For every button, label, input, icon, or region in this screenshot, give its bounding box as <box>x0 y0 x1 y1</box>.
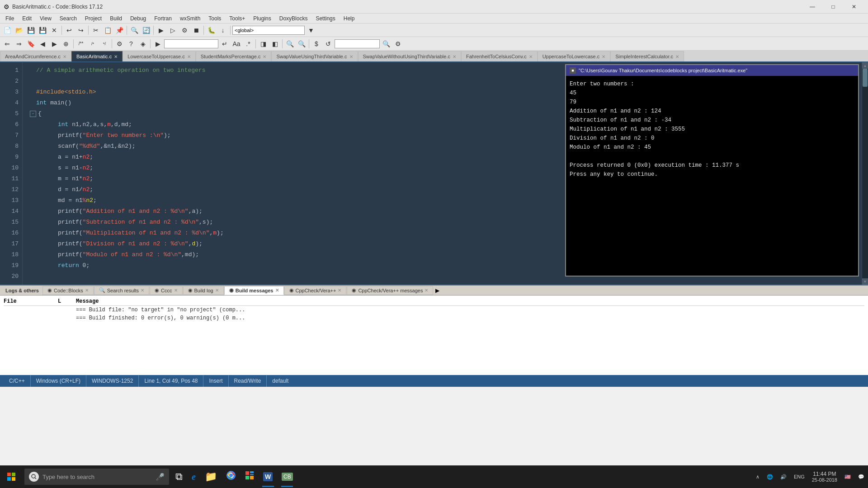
menu-search[interactable]: Search <box>56 14 80 23</box>
file-tab-fahrenheit[interactable]: FahrenheitToCelsiusConv.c ✕ <box>461 51 538 61</box>
toolbar2-btn17[interactable]: 🔍 <box>381 38 392 49</box>
flag-btn[interactable]: 🇺🇸 <box>841 465 854 488</box>
comment-btn[interactable]: /** <box>75 38 86 49</box>
menu-wxsmith[interactable]: wxSmith <box>176 14 204 23</box>
log-tab-cccc[interactable]: ◉ Cccc ✕ <box>150 286 182 295</box>
log-tab-close-buildmsg[interactable]: ✕ <box>275 288 279 293</box>
toolbar2-btn6[interactable]: ⚙ <box>114 38 125 49</box>
find-btn[interactable]: 🔍 <box>129 25 140 36</box>
taskbar-codeblocks[interactable]: CB <box>277 465 297 488</box>
menu-build[interactable]: Build <box>106 14 126 23</box>
log-tab-buildlog[interactable]: ◉ Build log ✕ <box>183 286 224 295</box>
tab-close-area[interactable]: ✕ <box>63 54 66 59</box>
log-tab-scroll-right[interactable]: ▶ <box>435 287 439 294</box>
menu-settings[interactable]: Settings <box>312 14 339 23</box>
run-btn[interactable]: ▷ <box>167 25 178 36</box>
scroll-up-btn[interactable]: ▲ <box>862 62 868 69</box>
comment2-btn[interactable]: /* <box>87 38 98 49</box>
comment-close-btn[interactable]: */ <box>99 38 110 49</box>
tb2-btn3[interactable]: ◀ <box>37 38 48 49</box>
scroll-track[interactable] <box>862 69 868 278</box>
maximize-button[interactable]: □ <box>823 0 844 14</box>
tab-close-upper[interactable]: ✕ <box>602 54 605 59</box>
global-search-input[interactable] <box>232 26 305 35</box>
file-tab-simple[interactable]: SimpleInterestCalculator.c ✕ <box>610 51 684 61</box>
open-file-btn[interactable]: 📂 <box>14 25 24 36</box>
menu-help[interactable]: Help <box>340 14 359 23</box>
tab-close-swap2[interactable]: ✕ <box>453 54 456 59</box>
stop-btn[interactable]: ⏹ <box>191 25 202 36</box>
zoom-out-btn[interactable]: 🔍 <box>296 38 307 49</box>
menu-file[interactable]: File <box>2 14 18 23</box>
tab-close-swap1[interactable]: ✕ <box>349 54 353 59</box>
microphone-icon[interactable]: 🎤 <box>156 473 165 481</box>
tab-close-basic[interactable]: ✕ <box>114 54 118 59</box>
scroll-down-btn[interactable]: ▼ <box>862 278 868 285</box>
taskbar-explorer[interactable]: 📁 <box>200 465 222 488</box>
file-tab-swap1[interactable]: SwapValueUsingThirdVariable.c ✕ <box>271 51 358 61</box>
scroll-thumb[interactable] <box>863 69 868 87</box>
new-file-btn[interactable]: 📄 <box>2 25 13 36</box>
step-btn[interactable]: ↓ <box>217 25 228 36</box>
menu-doxyblocks[interactable]: DoxyBlocks <box>276 14 311 23</box>
search-go-btn[interactable]: ▼ <box>306 25 316 36</box>
cut-btn[interactable]: ✂ <box>90 25 101 36</box>
replace-btn[interactable]: 🔄 <box>141 25 151 36</box>
menu-tools[interactable]: Tools <box>205 14 225 23</box>
log-tab-close-search[interactable]: ✕ <box>141 288 144 293</box>
debug-btn[interactable]: 🐛 <box>206 25 217 36</box>
toolbar2-btn12[interactable]: .* <box>243 38 254 49</box>
log-tab-close-cccc[interactable]: ✕ <box>174 288 178 293</box>
build-run-btn[interactable]: ⚙ <box>179 25 190 36</box>
close-button[interactable]: ✕ <box>844 0 864 14</box>
zoom-in-btn[interactable]: 🔍 <box>284 38 295 49</box>
toolbar2-btn9[interactable]: ▶ <box>152 38 163 49</box>
tab-close-simple[interactable]: ✕ <box>675 54 679 59</box>
toolbar2-btn16[interactable]: ↺ <box>323 38 334 49</box>
toolbar2-btn13[interactable]: ◨ <box>258 38 269 49</box>
file-tab-lower[interactable]: LowercaseToUppercase.c ✕ <box>123 51 196 61</box>
toolbar2-btn8[interactable]: ◈ <box>137 38 148 49</box>
taskbar-chrome[interactable] <box>222 465 241 488</box>
tab-close-lower[interactable]: ✕ <box>187 54 191 59</box>
menu-fortran[interactable]: Fortran <box>151 14 175 23</box>
log-tab-close-buildlog[interactable]: ✕ <box>215 288 219 293</box>
start-button[interactable] <box>0 465 23 488</box>
file-tab-basic[interactable]: BasicAritmatic.c ✕ <box>71 51 123 61</box>
tb2-btn2[interactable]: ⇒ <box>14 38 24 49</box>
tb2-btn5[interactable]: ⊕ <box>61 38 71 49</box>
menu-project[interactable]: Project <box>81 14 105 23</box>
show-hidden-icons-btn[interactable]: ∧ <box>752 465 763 488</box>
menu-view[interactable]: View <box>36 14 55 23</box>
build-btn[interactable]: ▶ <box>156 25 166 36</box>
redo-btn[interactable]: ↪ <box>75 25 86 36</box>
log-tab-codeblocks[interactable]: ◉ Code::Blocks ✕ <box>42 286 94 295</box>
log-tab-close-cppcheck[interactable]: ✕ <box>338 288 341 293</box>
log-tab-cppcheck[interactable]: ◉ CppCheck/Vera++ ✕ <box>284 286 347 295</box>
taskbar-task-view[interactable]: ⧉ <box>171 465 187 488</box>
toolbar2-btn15[interactable]: $ <box>311 38 322 49</box>
save-all-btn[interactable]: 💾 <box>37 25 48 36</box>
save-btn[interactable]: 💾 <box>25 25 36 36</box>
log-tab-close-codeblocks[interactable]: ✕ <box>85 288 89 293</box>
volume-icon-btn[interactable]: 🔊 <box>777 465 790 488</box>
copy-btn[interactable]: 📋 <box>102 25 113 36</box>
close-btn[interactable]: ✕ <box>49 25 60 36</box>
menu-edit[interactable]: Edit <box>19 14 35 23</box>
tab-close-fahrenheit[interactable]: ✕ <box>529 54 533 59</box>
minimize-button[interactable]: — <box>802 0 823 14</box>
toolbar2-btn11[interactable]: Aa <box>231 38 242 49</box>
toolbar2-btn7[interactable]: ? <box>126 38 137 49</box>
menu-toolsplus[interactable]: Tools+ <box>226 14 249 23</box>
menu-debug[interactable]: Debug <box>127 14 150 23</box>
file-tab-student[interactable]: StudentMarksPercentage.c ✕ <box>196 51 272 61</box>
toolbar2-btn14[interactable]: ◧ <box>269 38 280 49</box>
taskbar-search-bar[interactable]: Type here to search 🎤 <box>24 469 169 485</box>
toolbar2-btn18[interactable]: ⚙ <box>392 38 403 49</box>
undo-btn[interactable]: ↩ <box>64 25 75 36</box>
language-btn[interactable]: ENG <box>790 465 808 488</box>
notification-btn[interactable]: 💬 <box>854 465 868 488</box>
tb2-btn1[interactable]: ⇐ <box>2 38 13 49</box>
toolbar2-input2[interactable] <box>335 39 380 48</box>
editor-scrollbar[interactable]: ▲ ▼ <box>862 62 868 285</box>
